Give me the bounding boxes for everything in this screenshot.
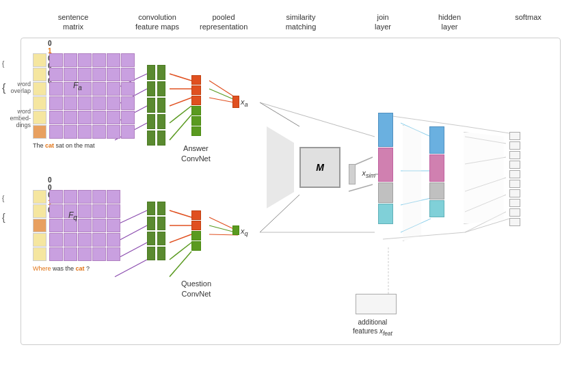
f-a-label: Fa <box>73 81 82 92</box>
hidden-trapezoid <box>397 125 427 241</box>
question-embed-brace: { <box>2 212 5 223</box>
label-join: joinlayer <box>366 12 400 32</box>
svg-line-20 <box>170 243 191 260</box>
additional-features-label: additionalfeatures xfeat <box>353 318 392 338</box>
svg-line-27 <box>349 184 373 191</box>
svg-line-16 <box>115 260 147 277</box>
xsim-area: xsim <box>349 164 375 184</box>
f-q-label: Fq <box>68 210 77 221</box>
svg-line-42 <box>383 232 465 239</box>
svg-line-6 <box>170 98 191 106</box>
additional-features-box <box>356 294 397 314</box>
label-softmax: softmax <box>509 12 547 22</box>
similarity-cone <box>267 126 294 208</box>
answer-word-embeddings-label: wordembed-dings <box>0 108 31 128</box>
diagram-container: sentencematrix convolutionfeature maps p… <box>0 0 588 384</box>
svg-line-12 <box>260 102 299 126</box>
question-purple-grid: Fq <box>49 190 120 261</box>
svg-line-41 <box>383 115 465 126</box>
xa-rect <box>232 96 239 108</box>
question-word-overlap-col <box>33 190 48 261</box>
svg-line-7 <box>170 106 191 123</box>
svg-line-43 <box>465 126 509 133</box>
answer-overlap-brace: { <box>2 60 4 68</box>
softmax-layer <box>509 132 520 226</box>
question-convnet-label: QuestionConvNet <box>181 279 211 300</box>
answer-pooled <box>191 75 201 136</box>
label-sentence-matrix: sentencematrix <box>49 12 97 32</box>
answer-words: The cat sat on the mat <box>33 142 95 149</box>
question-conv-maps-2 <box>157 202 165 262</box>
svg-line-17 <box>170 210 191 217</box>
similarity-matrix-M: M <box>299 147 340 188</box>
question-overlap-brace: { <box>2 195 4 202</box>
answer-convnet-label: AnswerConvNet <box>181 143 211 165</box>
answer-conv-maps <box>147 65 155 146</box>
answer-purple-grid: Fa <box>49 53 135 139</box>
question-pooled <box>191 210 201 251</box>
hidden-layer <box>429 126 444 217</box>
svg-line-8 <box>170 115 191 140</box>
svg-line-38 <box>260 102 375 137</box>
label-hidden: hiddenlayer <box>431 12 468 32</box>
answer-conv-maps-2 <box>157 65 165 146</box>
svg-line-4 <box>170 74 191 81</box>
svg-line-19 <box>170 234 191 243</box>
answer-embed-brace: { <box>2 82 5 94</box>
label-similarity: similarity matching <box>273 12 328 32</box>
xq-label: xq <box>241 227 248 237</box>
question-words: Where was the cat ? <box>33 265 90 272</box>
label-pooled: pooledrepresentation <box>200 12 248 32</box>
svg-line-21 <box>170 251 191 277</box>
label-convolution: convolutionfeature maps <box>133 12 181 32</box>
answer-word-overlap-col <box>33 53 48 139</box>
xq-rect <box>232 225 239 235</box>
softmax-trapezoid <box>462 132 506 224</box>
join-layer <box>378 113 393 224</box>
question-conv-maps <box>147 202 155 262</box>
xa-label: xa <box>241 98 248 108</box>
